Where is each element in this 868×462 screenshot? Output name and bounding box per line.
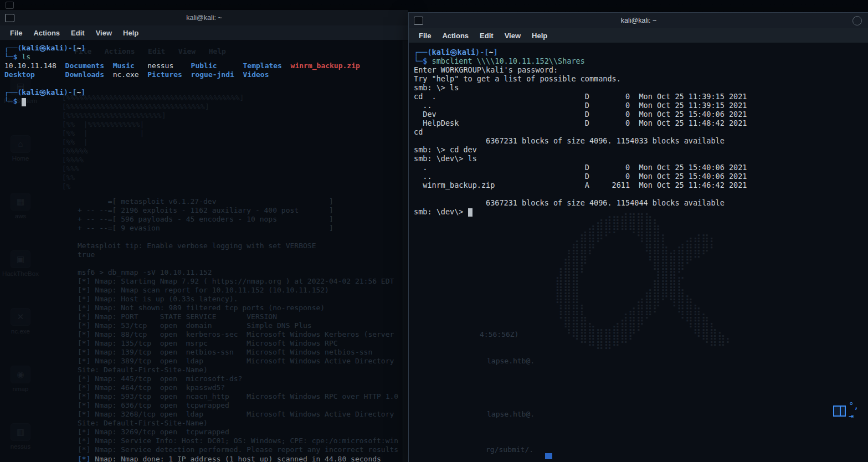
terminal-line: 10.10.11.148 Documents Music nessus Publ… xyxy=(4,61,408,70)
left-terminal-scrollbar[interactable] xyxy=(403,40,408,462)
right-terminal[interactable]: ⠀⠀⠀⠀⠀⠀⠀⠀⢀⣀⣀⡀ ⠀⠀⠀⠀⢀⣴⣾⣿⣿⣿⣿⣿⣆ ⠀⠀⠀⣴⣿⣿⠟⠋⠉⠙⢿⣿⣿… xyxy=(409,43,868,462)
desktop: ▤File System⌂Home▦aws▣HackTheBox✕nc.exe◉… xyxy=(0,0,868,462)
terminal-line: cd . D 0 Mon Oct 25 11:39:15 2021 xyxy=(414,92,868,101)
background-window-icon xyxy=(6,2,14,9)
terminal-line xyxy=(4,79,408,88)
right-titlebar[interactable]: kali@kali: ~ xyxy=(409,13,868,28)
background-artifact xyxy=(545,453,552,459)
terminal-line: 6367231 blocks of size 4096. 1154033 blo… xyxy=(414,136,868,145)
terminal-line: . D 0 Mon Oct 25 15:40:06 2021 xyxy=(414,163,868,172)
terminal-line: smb: \> cd dev xyxy=(414,145,868,154)
menu-item-actions[interactable]: Actions xyxy=(436,32,474,40)
menu-item-view[interactable]: View xyxy=(90,29,117,37)
selection-tool-icon xyxy=(833,405,846,417)
terminal-line: cd xyxy=(414,127,868,136)
left-terminal-window[interactable]: kali@kali: ~ FileActionsEditViewHelp Fil… xyxy=(0,10,408,462)
terminal-line: ┌──(kali㉿kali)-[~] xyxy=(414,48,868,57)
terminal-line xyxy=(414,189,868,198)
terminal-line: └─$ xyxy=(4,97,408,106)
menu-item-edit[interactable]: Edit xyxy=(474,32,499,40)
menu-item-file[interactable]: File xyxy=(413,32,436,40)
menu-item-help[interactable]: Help xyxy=(526,32,553,40)
right-terminal-window[interactable]: kali@kali: ~ FileActionsEditViewHelp ⠀⠀⠀… xyxy=(408,12,868,462)
terminal-line: └─$ ls xyxy=(4,53,408,61)
terminal-line: 6367231 blocks of size 4096. 1154044 blo… xyxy=(414,198,868,207)
ghost-fragment: rg/submit/. xyxy=(486,445,533,454)
terminal-line: Enter WORKGROUP\kali's password: xyxy=(414,65,868,74)
terminal-line: HelpDesk D 0 Mon Oct 25 11:48:42 2021 xyxy=(414,119,868,127)
window-menu-button[interactable] xyxy=(852,16,862,25)
ghost-fragment: 4:56:56Z) xyxy=(480,330,518,339)
ghost-nmap-done-line: [*] Nmap: Nmap done: 1 IP address (1 hos… xyxy=(78,455,381,462)
screen-overlay-indicator: °, ⇥ xyxy=(833,401,868,421)
ghost-fragment: lapse.htb@. xyxy=(487,410,535,419)
terminal-line: ┌──(kali㉿kali)-[~] xyxy=(4,44,408,53)
terminal-line: └─$ smbclient \\\\10.10.11.152\\Shares xyxy=(414,57,868,65)
left-terminal[interactable]: File Actions Edit View Help [%%%%%%%%%%%… xyxy=(0,40,408,462)
terminal-line: [*] Nmap: Nmap done: 1 IP address (1 hos… xyxy=(78,455,381,462)
ghost-msf-nmap-output: =[ metasploit v6.1.27-dev ] + -- --=[ 21… xyxy=(78,197,398,454)
right-menubar: FileActionsEditViewHelp xyxy=(409,28,868,43)
terminal-line: Dev D 0 Mon Oct 25 15:40:06 2021 xyxy=(414,110,868,119)
right-terminal-output: ┌──(kali㉿kali)-[~]└─$ smbclient \\\\10.1… xyxy=(414,48,868,216)
ghost-banner-art: [%%%%%%%%%%%%%%%%%%%%%%%%%%%%%%%%%%%%%%%… xyxy=(53,94,244,191)
overlay-glyphs: °, ⇥ xyxy=(849,401,868,421)
terminal-window-icon xyxy=(414,17,423,25)
kali-dragon-watermark: ⠀⠀⠀⠀⠀⠀⠀⠀⢀⣀⣀⡀ ⠀⠀⠀⠀⢀⣴⣾⣿⣿⣿⣿⣿⣆ ⠀⠀⠀⣴⣿⣿⠟⠋⠉⠙⢿⣿⣿… xyxy=(555,203,733,349)
menu-item-help[interactable]: Help xyxy=(117,29,144,37)
terminal-line: ┌──(kali㉿kali)-[~] xyxy=(4,88,408,97)
left-window-title: kali@kali: ~ xyxy=(0,14,408,22)
menu-item-edit[interactable]: Edit xyxy=(65,29,90,37)
menu-item-view[interactable]: View xyxy=(499,32,526,40)
left-terminal-output: ┌──(kali㉿kali)-[~]└─$ ls10.10.11.148 Doc… xyxy=(4,44,408,106)
left-menubar: FileActionsEditViewHelp xyxy=(0,25,408,40)
left-titlebar[interactable]: kali@kali: ~ xyxy=(0,10,408,25)
terminal-window-icon xyxy=(5,14,14,22)
right-window-title: kali@kali: ~ xyxy=(409,17,868,24)
menu-item-file[interactable]: File xyxy=(4,29,28,37)
menu-item-actions[interactable]: Actions xyxy=(28,29,65,37)
terminal-line: Try "help" to get a list of possible com… xyxy=(414,74,868,83)
terminal-line: smb: \> ls xyxy=(414,83,868,92)
terminal-line: winrm_backup.zip A 2611 Mon Oct 25 11:46… xyxy=(414,181,868,189)
terminal-line: smb: \dev\> ls xyxy=(414,154,868,163)
terminal-line: .. D 0 Mon Oct 25 11:39:15 2021 xyxy=(414,101,868,110)
terminal-line: .. D 0 Mon Oct 25 15:40:06 2021 xyxy=(414,172,868,181)
terminal-line: Desktop Downloads nc.exe Pictures rogue-… xyxy=(4,70,408,79)
ghost-fragment: lapse.htb@. xyxy=(487,357,535,366)
terminal-line: smb: \dev\> xyxy=(414,207,868,216)
